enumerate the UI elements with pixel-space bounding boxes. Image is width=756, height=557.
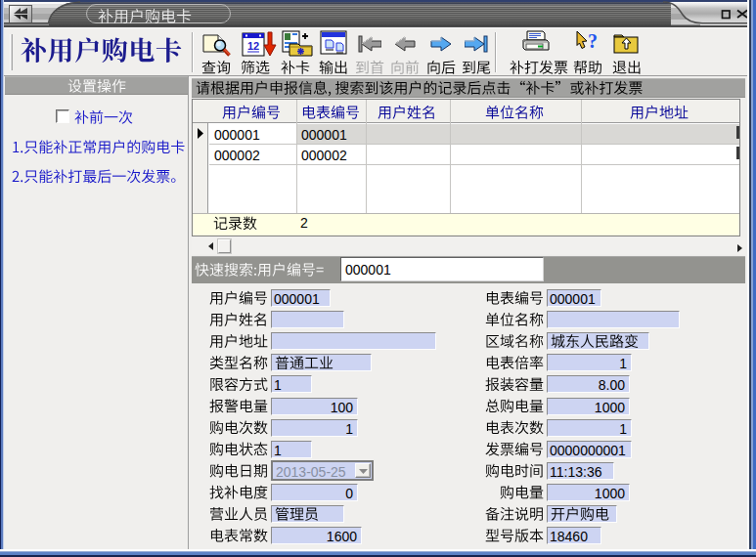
svg-text:?: ? xyxy=(588,30,598,52)
svg-text:12: 12 xyxy=(247,40,259,52)
